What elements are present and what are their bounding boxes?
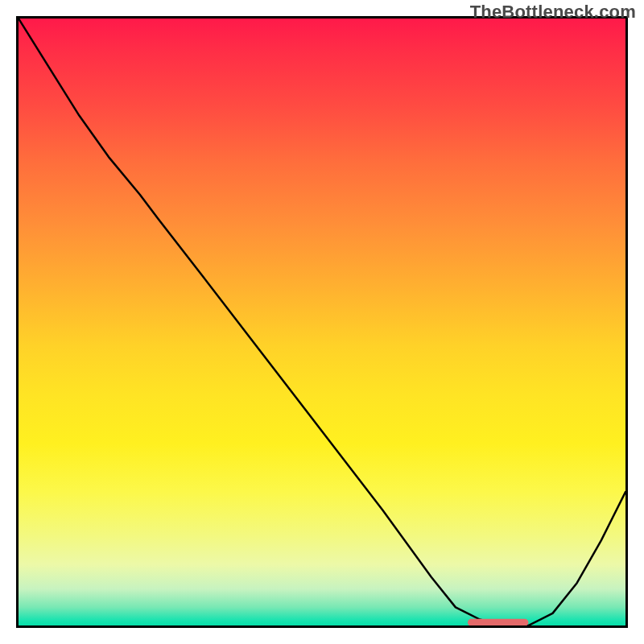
- optimal-range-marker: [468, 619, 528, 626]
- watermark-text: TheBottleneck.com: [470, 2, 636, 23]
- chart-overlay: [19, 19, 625, 625]
- chart-frame: [16, 16, 628, 628]
- bottleneck-curve: [19, 19, 625, 625]
